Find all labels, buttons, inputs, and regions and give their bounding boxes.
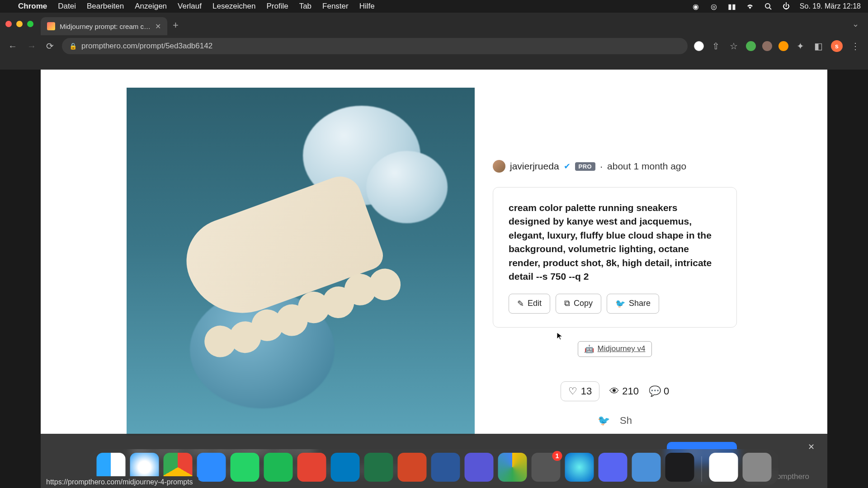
tab-strip: Midjourney prompt: cream col… ✕ + ⌄ xyxy=(0,13,868,35)
whatsapp-dock-icon[interactable] xyxy=(231,453,259,482)
menu-profile[interactable]: Profile xyxy=(266,2,288,11)
bookmark-star-icon[interactable]: ☆ xyxy=(728,39,740,53)
author-row: javierjrueda ✔ PRO · about 1 month ago xyxy=(493,160,737,173)
tab-close-icon[interactable]: ✕ xyxy=(155,22,161,31)
word-dock-icon[interactable] xyxy=(431,453,460,482)
forward-button[interactable]: → xyxy=(25,39,38,53)
control-center-icon[interactable]: ⏻ xyxy=(782,2,791,11)
stop-status-icon[interactable]: ◎ xyxy=(709,2,718,11)
share-page-icon[interactable]: ⇧ xyxy=(710,39,722,53)
zoom-dock-icon[interactable] xyxy=(197,453,226,482)
preview-dock-icon[interactable] xyxy=(709,453,738,482)
prompt-text: cream color palette running sneakers des… xyxy=(509,201,721,284)
maximize-window-button[interactable] xyxy=(27,21,33,27)
powerpoint-dock-icon[interactable] xyxy=(398,453,427,482)
menubar-clock[interactable]: So. 19. März 12:18 xyxy=(800,2,861,10)
battery-icon[interactable]: ▮▮ xyxy=(727,2,736,11)
menubar-app-name[interactable]: Chrome xyxy=(18,2,47,11)
robot-icon: 🤖 xyxy=(585,344,594,354)
status-bar-url: https://prompthero.com/midjourney-4-prom… xyxy=(41,476,198,488)
prompt-page: javierjrueda ✔ PRO · about 1 month ago c… xyxy=(41,70,827,488)
menu-hilfe[interactable]: Hilfe xyxy=(359,2,375,11)
sidepanel-icon[interactable]: ◧ xyxy=(812,39,825,53)
url-text: prompthero.com/prompt/5ed3adb6142 xyxy=(81,42,212,51)
trello-dock-icon[interactable] xyxy=(331,453,360,482)
prompt-card: cream color palette running sneakers des… xyxy=(493,187,737,328)
window-controls xyxy=(5,21,33,27)
wifi-icon[interactable] xyxy=(745,2,755,11)
spotlight-icon[interactable] xyxy=(764,2,773,11)
copy-button[interactable]: ⧉ Copy xyxy=(556,294,601,314)
macos-menubar: Chrome Datei Bearbeiten Anzeigen Verlauf… xyxy=(0,0,868,13)
google-translate-icon[interactable] xyxy=(694,41,704,51)
post-timestamp: about 1 month ago xyxy=(607,161,686,172)
author-avatar[interactable] xyxy=(493,160,505,173)
menu-lesezeichen[interactable]: Lesezeichen xyxy=(212,2,255,11)
svg-point-0 xyxy=(765,4,770,8)
siri-dock-icon[interactable] xyxy=(565,453,594,482)
share-label: Share xyxy=(629,299,651,308)
share-button[interactable]: 🐦 Share xyxy=(607,294,659,314)
copy-label: Copy xyxy=(574,299,593,308)
menu-anzeigen[interactable]: Anzeigen xyxy=(135,2,167,11)
view-count: 210 xyxy=(622,385,639,397)
browser-tab[interactable]: Midjourney prompt: cream col… ✕ xyxy=(41,17,167,35)
address-bar[interactable]: 🔒 prompthero.com/prompt/5ed3adb6142 xyxy=(62,38,688,54)
share-on-label: Sh xyxy=(620,415,632,427)
voice-memos-dock-icon[interactable] xyxy=(665,453,694,482)
svg-line-1 xyxy=(769,8,771,9)
eye-icon: 👁 xyxy=(609,385,619,397)
model-tag-link[interactable]: 🤖 Midjourney v4 xyxy=(578,341,652,357)
record-status-icon[interactable]: ◉ xyxy=(691,2,700,11)
tabs-overflow-icon[interactable]: ⌄ xyxy=(852,19,859,29)
trash-dock-icon[interactable] xyxy=(743,453,772,482)
prompt-details: javierjrueda ✔ PRO · about 1 month ago c… xyxy=(493,88,737,436)
menu-datei[interactable]: Datei xyxy=(58,2,76,11)
menu-fenster[interactable]: Fenster xyxy=(322,2,349,11)
drive-dock-icon[interactable] xyxy=(498,453,527,482)
views-stat: 👁 210 xyxy=(609,385,639,397)
excel-dock-icon[interactable] xyxy=(364,453,393,482)
pencil-icon: ✎ xyxy=(517,299,524,309)
close-window-button[interactable] xyxy=(5,21,12,27)
twitter-icon: 🐦 xyxy=(615,299,625,309)
extension-shield-icon[interactable] xyxy=(746,41,756,51)
lock-icon: 🔒 xyxy=(69,42,77,50)
banner-close-icon[interactable]: ✕ xyxy=(808,442,815,452)
tab-title: Midjourney prompt: cream col… xyxy=(60,23,151,30)
extensions-puzzle-icon[interactable]: ✦ xyxy=(795,39,806,53)
twitter-share-icon[interactable]: 🐦 xyxy=(598,415,610,427)
spotify-dock-icon[interactable] xyxy=(264,453,293,482)
author-name[interactable]: javierjrueda xyxy=(510,161,559,172)
profile-avatar[interactable]: s xyxy=(831,40,843,52)
imovie-dock-icon[interactable] xyxy=(465,453,494,482)
back-button[interactable]: ← xyxy=(6,39,19,53)
like-button[interactable]: ♡ 13 xyxy=(561,381,599,401)
comment-icon: 💬 xyxy=(649,385,661,397)
menu-bearbeiten[interactable]: Bearbeiten xyxy=(87,2,124,11)
menu-tab[interactable]: Tab xyxy=(299,2,311,11)
edit-label: Edit xyxy=(528,299,542,308)
menu-verlauf[interactable]: Verlauf xyxy=(178,2,202,11)
pro-badge: PRO xyxy=(575,162,596,171)
dock-separator xyxy=(702,456,702,482)
settings-badge: 1 xyxy=(552,451,562,461)
quicktime-dock-icon[interactable] xyxy=(632,453,661,482)
todoist-dock-icon[interactable] xyxy=(297,453,326,482)
tab-favicon xyxy=(47,22,55,30)
chrome-menu-icon[interactable]: ⋮ xyxy=(849,39,862,53)
extension-brown-icon[interactable] xyxy=(762,41,772,51)
new-tab-button[interactable]: + xyxy=(173,19,179,31)
copy-icon: ⧉ xyxy=(564,299,570,308)
extension-orange-icon[interactable] xyxy=(778,41,788,51)
settings-dock-icon[interactable]: 1 xyxy=(532,453,561,482)
minimize-window-button[interactable] xyxy=(16,21,23,27)
page-viewport: javierjrueda ✔ PRO · about 1 month ago c… xyxy=(0,70,868,488)
generated-image[interactable] xyxy=(127,88,475,436)
discord-dock-icon[interactable] xyxy=(599,453,627,482)
chrome-window: Midjourney prompt: cream col… ✕ + ⌄ ← → … xyxy=(0,13,868,488)
reload-button[interactable]: ⟳ xyxy=(44,39,56,53)
comments-stat: 💬 0 xyxy=(649,385,669,397)
comment-count: 0 xyxy=(664,385,669,397)
edit-button[interactable]: ✎ Edit xyxy=(509,294,550,314)
